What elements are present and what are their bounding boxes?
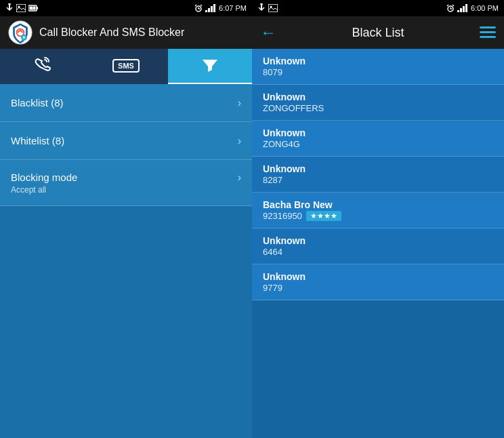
right-panel: 6:00 PM ← Black List Unknown 8079 Unknow…: [252, 0, 504, 438]
svg-rect-31: [465, 4, 467, 12]
tab-bar: SMS: [0, 49, 252, 84]
svg-rect-33: [480, 31, 496, 33]
blacklist-label: Blacklist (8): [11, 97, 64, 108]
svg-rect-11: [208, 8, 210, 12]
item-name-3: Unknown: [263, 163, 493, 174]
alarm-icon-right: [446, 4, 455, 12]
item-name-4: Bacha Bro New: [263, 199, 493, 210]
item-number-6: 9779: [263, 283, 493, 293]
blacklist-items-list: Unknown 8079 Unknown ZONGOFFERS Unknown …: [252, 49, 504, 438]
image-icon: [16, 4, 26, 12]
left-status-right: 6:07 PM: [194, 4, 247, 12]
number-highlight-4: ★★★★: [306, 211, 341, 221]
filter-tab-icon: [201, 57, 219, 75]
menu-list: Blacklist (8) › Whitelist (8) › Blocking…: [0, 84, 252, 438]
svg-rect-29: [460, 8, 462, 12]
tab-calls[interactable]: [0, 49, 84, 84]
whitelist-menu-item[interactable]: Whitelist (8) ›: [0, 122, 252, 160]
list-item[interactable]: Unknown 6464: [252, 228, 504, 264]
right-status-right: 6:00 PM: [446, 4, 499, 12]
menu-icon[interactable]: [480, 26, 496, 39]
svg-rect-21: [260, 3, 263, 5]
battery-icon-left: [28, 4, 38, 12]
list-item[interactable]: Unknown ZONG4G: [252, 121, 504, 157]
right-time: 6:00 PM: [471, 4, 499, 12]
item-number-5: 6464: [263, 247, 493, 257]
image-icon-right: [268, 4, 278, 12]
list-item[interactable]: Unknown ZONGOFFERS: [252, 85, 504, 121]
blocking-chevron: ›: [238, 172, 241, 184]
svg-rect-32: [480, 26, 496, 28]
svg-rect-34: [480, 36, 496, 38]
signal-icon-left: [205, 4, 216, 12]
left-panel: 6:07 PM Call Blocker And SMS Blocker: [0, 0, 252, 438]
svg-rect-12: [211, 6, 213, 12]
blacklist-menu-item[interactable]: Blacklist (8) ›: [0, 84, 252, 122]
tab-sms[interactable]: SMS: [84, 49, 168, 84]
list-item[interactable]: Unknown 9779: [252, 264, 504, 300]
app-title: Call Blocker And SMS Blocker: [39, 26, 184, 39]
item-number-1: ZONGOFFERS: [263, 103, 493, 113]
list-item[interactable]: Unknown 8079: [252, 49, 504, 85]
whitelist-label: Whitelist (8): [11, 135, 64, 146]
usb-icon: [5, 3, 14, 13]
item-name-5: Unknown: [263, 235, 493, 246]
svg-rect-30: [463, 6, 465, 12]
blacklist-chevron: ›: [238, 97, 241, 109]
sms-tab-label: SMS: [112, 59, 140, 73]
list-item[interactable]: Unknown 8287: [252, 157, 504, 193]
left-status-icons: [5, 3, 38, 13]
list-item[interactable]: Bacha Bro New 92316950 ★★★★: [252, 193, 504, 228]
item-name-1: Unknown: [263, 92, 493, 102]
blocking-mode-menu-item[interactable]: Blocking mode › Accept all: [0, 160, 252, 206]
svg-rect-10: [205, 10, 207, 12]
item-name-6: Unknown: [263, 271, 493, 282]
tab-filter[interactable]: [168, 49, 252, 84]
item-number-2: ZONG4G: [263, 139, 493, 149]
left-status-bar: 6:07 PM: [0, 0, 252, 16]
left-time: 6:07 PM: [219, 4, 247, 12]
item-number-4: 92316950 ★★★★: [263, 211, 493, 221]
item-name-2: Unknown: [263, 127, 493, 138]
blacklist-header: ← Black List: [252, 16, 504, 49]
item-number-0: 8079: [263, 67, 493, 77]
item-number-3: 8287: [263, 175, 493, 185]
blocking-mode-row: Blocking mode ›: [11, 172, 241, 184]
svg-rect-2: [16, 4, 26, 12]
whitelist-chevron: ›: [238, 135, 241, 147]
svg-rect-23: [268, 4, 278, 12]
svg-rect-0: [8, 3, 11, 5]
calls-tab-icon: [33, 56, 51, 75]
right-status-bar: 6:00 PM: [252, 0, 504, 16]
svg-rect-28: [457, 10, 459, 12]
app-header: Call Blocker And SMS Blocker: [0, 16, 252, 49]
usb-icon-right: [257, 3, 266, 13]
back-button[interactable]: ←: [260, 23, 276, 42]
blocking-mode-label: Blocking mode: [11, 172, 77, 183]
blocking-mode-sub: Accept all: [11, 185, 46, 195]
blacklist-page-title: Black List: [276, 26, 480, 40]
alarm-icon-left: [194, 4, 203, 12]
svg-rect-5: [37, 7, 38, 9]
item-name-0: Unknown: [263, 56, 493, 66]
app-logo-icon: [8, 20, 33, 45]
signal-icon-right: [457, 4, 468, 12]
right-status-icons: [257, 3, 278, 13]
svg-rect-13: [213, 4, 215, 12]
